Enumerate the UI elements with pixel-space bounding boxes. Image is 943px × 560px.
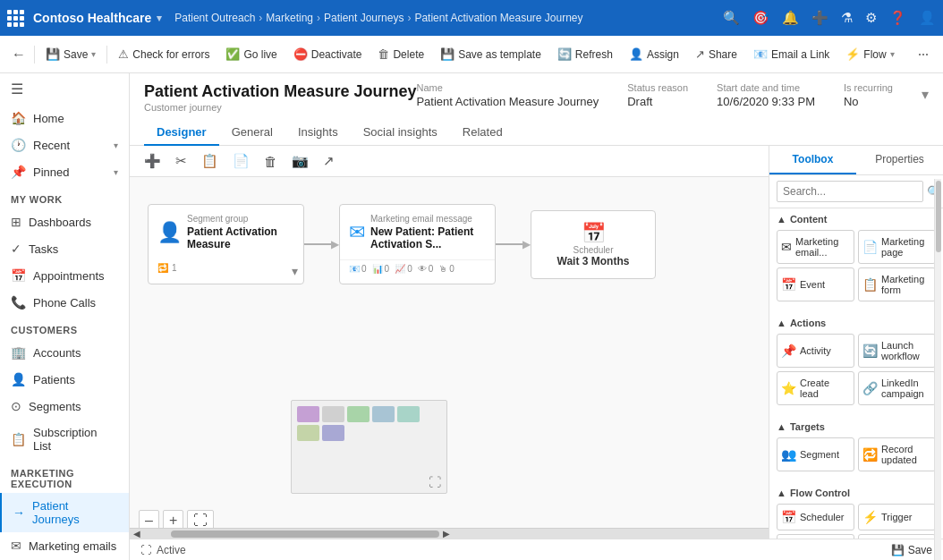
alerts-icon[interactable]: 🔔	[782, 10, 799, 26]
scheduler-node-title: Wait 3 Months	[557, 255, 630, 267]
scroll-right-icon[interactable]: ▶	[439, 529, 454, 539]
horizontal-scrollbar[interactable]: ◀ ▶	[130, 528, 769, 539]
go-live-button[interactable]: ✅ Go live	[218, 43, 284, 65]
delete-button[interactable]: 🗑 Delete	[370, 43, 431, 65]
sidebar-item-pinned[interactable]: 📌 Pinned ▾	[0, 158, 129, 185]
actions-collapse-icon[interactable]: ▲	[777, 318, 786, 328]
sidebar-item-tasks[interactable]: ✓ Tasks	[0, 235, 129, 262]
share-button[interactable]: ↗ Share	[688, 43, 744, 65]
toolbox-item-launch-workflow[interactable]: 🔄 Launch workflow	[858, 334, 936, 368]
email-stat-4: 👁0	[418, 264, 434, 274]
sidebar-item-recent[interactable]: 🕐 Recent ▾	[0, 132, 129, 158]
sidebar-item-patient-journeys[interactable]: → Patient Journeys	[0, 493, 129, 532]
sidebar-item-dashboards[interactable]: ⊞ Dashboards	[0, 208, 129, 235]
sidebar-item-phone-calls[interactable]: 📞 Phone Calls	[0, 289, 129, 316]
tab-related[interactable]: Related	[450, 120, 515, 146]
toolbox-item-marketing-email[interactable]: ✉ Marketing email...	[777, 230, 854, 264]
targets-collapse-icon[interactable]: ▲	[777, 421, 786, 432]
mini-map-expand-icon[interactable]: ⛶	[429, 475, 441, 489]
sidebar-item-accounts[interactable]: 🏢 Accounts	[0, 339, 129, 366]
delete-tool[interactable]: 🗑	[260, 152, 281, 171]
toolbox-item-activity[interactable]: 📌 Activity	[777, 334, 854, 368]
toolbox-item-linkedin-campaign[interactable]: 🔗 LinkedIn campaign	[858, 371, 936, 405]
sidebar-item-marketing-emails[interactable]: ✉ Marketing emails	[0, 532, 129, 559]
save-button[interactable]: 💾 Save ▾	[38, 43, 103, 65]
status-save-button[interactable]: 💾 Save	[891, 544, 932, 556]
flow-dropdown-icon[interactable]: ▾	[890, 49, 895, 59]
toolbox-search-input[interactable]	[777, 181, 923, 202]
favorites-icon[interactable]: 🎯	[752, 10, 769, 26]
sidebar-item-patients[interactable]: 👤 Patients	[0, 366, 129, 393]
email-link-button[interactable]: 📧 Email a Link	[746, 43, 837, 65]
scheduler-node[interactable]: 📅 Scheduler Wait 3 Months	[531, 210, 656, 279]
copy-tool[interactable]: 📋	[198, 151, 222, 171]
app-name: Contoso Healthcare	[33, 11, 151, 25]
sidebar-item-marketing-emails-label: Marketing emails	[29, 539, 116, 553]
tab-social-insights[interactable]: Social insights	[351, 120, 450, 146]
toolbox-content-items: ✉ Marketing email... 📄 Marketing page 📅 …	[777, 230, 936, 301]
settings-icon[interactable]: ⚙	[865, 10, 877, 26]
add-tool[interactable]: ➕	[140, 151, 165, 171]
activity-icon: 📌	[781, 344, 796, 358]
toolbox-scrollbar-thumb[interactable]	[936, 181, 941, 252]
toolbox-item-create-lead[interactable]: ⭐ Create lead	[777, 371, 854, 405]
pinned-chevron-icon: ▾	[114, 167, 118, 177]
status-expand-icon[interactable]: ⛶	[140, 544, 151, 556]
refresh-button[interactable]: 🔄 Refresh	[550, 43, 620, 65]
back-button[interactable]: ←	[7, 42, 30, 67]
assign-button[interactable]: 👤 Assign	[622, 43, 686, 65]
waffle-icon[interactable]	[7, 10, 24, 27]
toolbox-scrollbar[interactable]	[934, 179, 941, 539]
sidebar-item-segments[interactable]: ⊙ Segments	[0, 393, 129, 420]
tab-insights[interactable]: Insights	[285, 120, 351, 146]
new-record-icon[interactable]: ➕	[811, 10, 828, 26]
filter-icon[interactable]: ⚗	[841, 10, 853, 26]
deactivate-button[interactable]: ⛔ Deactivate	[286, 43, 370, 65]
expand-tool[interactable]: ↗	[319, 151, 338, 171]
toolbox-item-marketing-page[interactable]: 📄 Marketing page	[858, 230, 936, 264]
app-logo[interactable]: Contoso Healthcare ▾	[7, 10, 162, 27]
help-icon[interactable]: ❓	[889, 10, 906, 26]
scroll-left-icon[interactable]: ◀	[130, 529, 144, 539]
toolbox-item-trigger[interactable]: ⚡ Trigger	[858, 504, 936, 530]
sidebar-item-home[interactable]: 🏠 Home	[0, 105, 129, 132]
save-dropdown-icon[interactable]: ▾	[91, 49, 96, 59]
record-header-collapse-button[interactable]: ▾	[922, 86, 929, 103]
toolbox-item-event[interactable]: 📅 Event	[777, 267, 854, 301]
flow-control-collapse-icon[interactable]: ▲	[777, 488, 786, 498]
toolbox-item-record-updated[interactable]: 🔁 Record updated	[858, 437, 936, 471]
email-node[interactable]: ✉ Marketing email message New Patient: P…	[339, 204, 496, 284]
sidebar-item-appointments[interactable]: 📅 Appointments	[0, 262, 129, 289]
save-template-button[interactable]: 💾 Save as template	[433, 43, 548, 65]
cut-tool[interactable]: ✂	[172, 151, 191, 171]
sidebar-item-subscription-list[interactable]: 📋 Subscription List	[0, 420, 129, 459]
search-icon[interactable]: 🔍	[723, 10, 740, 26]
sidebar-collapse-button[interactable]: ☰	[0, 73, 129, 105]
segment-node[interactable]: 👤 Segment group Patient Activation Measu…	[148, 204, 304, 284]
screenshot-tool[interactable]: 📷	[288, 151, 312, 171]
toolbox-tab-properties[interactable]: Properties	[856, 146, 943, 174]
toolbox-item-scheduler[interactable]: 📅 Scheduler	[777, 504, 854, 530]
user-icon[interactable]: 👤	[919, 10, 936, 26]
flow-button[interactable]: ⚡ Flow ▾	[838, 43, 901, 65]
scheduler-tool-icon: 📅	[781, 510, 796, 524]
stat-icon-3: 📈	[395, 264, 405, 274]
toolbox-tab-toolbox[interactable]: Toolbox	[769, 146, 856, 174]
scrollbar-thumb[interactable]	[171, 530, 439, 538]
breadcrumb-item-1[interactable]: Marketing	[266, 12, 313, 24]
canvas-content[interactable]: 👤 Segment group Patient Activation Measu…	[130, 177, 769, 539]
toolbox-item-marketing-form[interactable]: 📋 Marketing form	[858, 267, 936, 301]
tab-designer[interactable]: Designer	[144, 120, 219, 146]
more-button[interactable]: ⋯	[911, 44, 936, 65]
org-chevron-icon[interactable]: ▾	[157, 13, 162, 24]
tab-general[interactable]: General	[219, 120, 285, 146]
content-collapse-icon[interactable]: ▲	[777, 214, 786, 225]
toolbox-item-segment-target[interactable]: 👥 Segment	[777, 437, 854, 471]
check-errors-button[interactable]: ⚠ Check for errors	[111, 43, 217, 65]
breadcrumb-item-0[interactable]: Patient Outreach	[174, 12, 255, 24]
breadcrumb-item-2[interactable]: Patient Journeys	[324, 12, 404, 24]
segment-node-expand-icon[interactable]: ▾	[292, 264, 298, 278]
breadcrumb-item-3[interactable]: Patient Activation Measure Journey	[414, 12, 582, 24]
record-meta-status: Status reason Draft	[627, 82, 688, 108]
paste-tool[interactable]: 📄	[229, 151, 253, 171]
